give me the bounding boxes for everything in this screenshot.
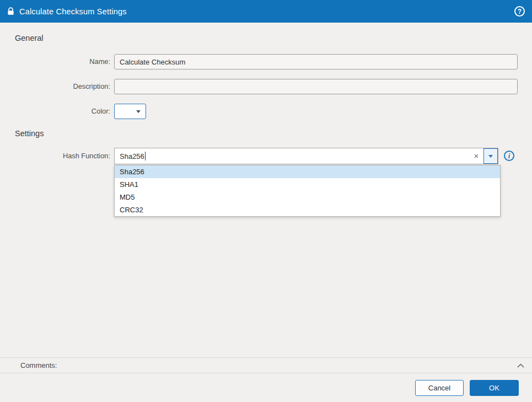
dialog-title: Calculate Checksum Settings bbox=[19, 7, 127, 16]
description-label: Description: bbox=[0, 79, 110, 94]
dropdown-option[interactable]: MD5 bbox=[115, 191, 500, 203]
hash-dropdown-list: Sha256 SHA1 MD5 CRC32 bbox=[114, 165, 501, 217]
name-label: Name: bbox=[0, 54, 110, 69]
dropdown-option[interactable]: SHA1 bbox=[115, 178, 500, 191]
hash-dropdown-button[interactable] bbox=[483, 148, 498, 164]
text-cursor bbox=[145, 152, 146, 160]
hash-function-input[interactable]: Sha256 bbox=[115, 148, 469, 164]
cancel-button[interactable]: Cancel bbox=[415, 380, 464, 396]
clear-icon[interactable]: × bbox=[469, 148, 483, 164]
description-input[interactable] bbox=[114, 79, 518, 94]
hash-function-label: Hash Function: bbox=[0, 148, 110, 164]
settings-section-heading: Settings bbox=[15, 129, 44, 138]
chevron-down-icon bbox=[488, 155, 493, 158]
help-icon[interactable]: ? bbox=[514, 6, 525, 17]
comments-bar: Comments: bbox=[0, 357, 532, 373]
dialog-footer: Cancel OK bbox=[0, 373, 532, 402]
calculate-checksum-dialog: Calculate Checksum Settings ? General Na… bbox=[0, 0, 532, 402]
chevron-up-icon[interactable] bbox=[517, 363, 524, 368]
info-icon[interactable]: i bbox=[504, 151, 514, 161]
lock-icon bbox=[7, 7, 14, 15]
chevron-down-icon bbox=[136, 110, 141, 113]
dropdown-option[interactable]: Sha256 bbox=[115, 165, 500, 178]
name-input[interactable] bbox=[114, 54, 518, 69]
hash-function-combobox: Sha256 × bbox=[114, 148, 498, 164]
comments-label: Comments: bbox=[20, 361, 57, 369]
color-label: Color: bbox=[0, 104, 110, 119]
general-section-heading: General bbox=[15, 34, 44, 42]
ok-button[interactable]: OK bbox=[470, 380, 519, 396]
dialog-titlebar: Calculate Checksum Settings ? bbox=[0, 0, 532, 23]
dropdown-option[interactable]: CRC32 bbox=[115, 203, 500, 216]
hash-function-value: Sha256 bbox=[120, 152, 144, 160]
color-select[interactable] bbox=[114, 104, 146, 119]
